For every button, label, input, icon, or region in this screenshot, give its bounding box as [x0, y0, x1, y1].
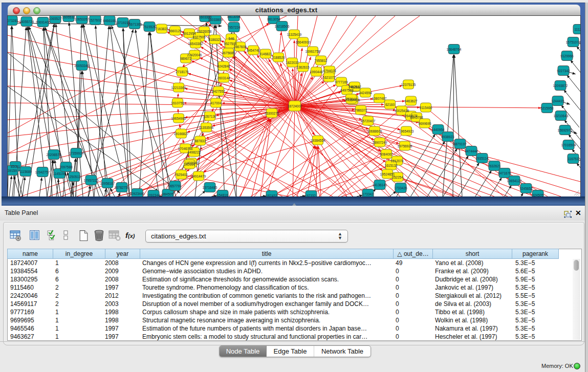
svg-text:15300275: 15300275 — [265, 112, 279, 115]
svg-text:8845788: 8845788 — [410, 116, 423, 119]
svg-text:546: 546 — [229, 37, 234, 40]
svg-text:8660125: 8660125 — [168, 29, 182, 33]
svg-text:20053346: 20053346 — [75, 64, 90, 68]
svg-text:16543382: 16543382 — [188, 42, 203, 46]
svg-text:9073281: 9073281 — [8, 19, 18, 23]
svg-text:8938923: 8938923 — [441, 135, 454, 139]
svg-text:12375135: 12375135 — [401, 83, 416, 86]
svg-text:10958187: 10958187 — [100, 182, 115, 185]
svg-text:417004: 417004 — [210, 101, 222, 105]
svg-text:9777169: 9777169 — [335, 80, 348, 84]
svg-text:1990448: 1990448 — [310, 70, 323, 74]
svg-text:7955812: 7955812 — [314, 59, 328, 62]
svg-text:4498222: 4498222 — [187, 150, 201, 154]
svg-text:15720407: 15720407 — [361, 119, 376, 123]
svg-text:9242848: 9242848 — [217, 64, 230, 68]
svg-text:7462612: 7462612 — [348, 85, 361, 89]
svg-text:19166827: 19166827 — [174, 132, 189, 136]
svg-text:2867608: 2867608 — [233, 45, 247, 49]
svg-text:1733426: 1733426 — [394, 186, 407, 190]
svg-text:1244415: 1244415 — [551, 99, 564, 103]
svg-text:16640910: 16640910 — [296, 40, 311, 44]
svg-text:6879197: 6879197 — [453, 142, 467, 146]
svg-text:14914479: 14914479 — [191, 174, 206, 178]
svg-text:10653267: 10653267 — [75, 17, 90, 21]
svg-text:11123: 11123 — [574, 28, 580, 31]
svg-text:3267130: 3267130 — [203, 115, 216, 118]
svg-text:19218506: 19218506 — [275, 25, 290, 28]
svg-text:140994: 140994 — [184, 163, 195, 166]
svg-text:173342: 173342 — [362, 192, 374, 196]
svg-text:15716485: 15716485 — [203, 186, 217, 189]
svg-text:14136141: 14136141 — [373, 183, 387, 187]
svg-text:116753: 116753 — [568, 157, 579, 161]
svg-text:10210643: 10210643 — [554, 114, 569, 118]
svg-text:16782759: 16782759 — [115, 186, 129, 189]
svg-text:13226058: 13226058 — [197, 30, 212, 33]
svg-text:2188520: 2188520 — [272, 56, 285, 59]
svg-text:17957225: 17957225 — [84, 179, 99, 182]
svg-text:39159: 39159 — [8, 169, 17, 172]
svg-text:3675685: 3675685 — [222, 51, 235, 55]
svg-text:12093872: 12093872 — [553, 84, 568, 87]
svg-text:252254: 252254 — [392, 176, 403, 179]
svg-text:887833: 887833 — [194, 139, 206, 143]
svg-text:989672: 989672 — [180, 57, 191, 60]
svg-text:16961758: 16961758 — [306, 50, 320, 53]
svg-text:18724007: 18724007 — [288, 104, 302, 108]
svg-text:1362615: 1362615 — [296, 65, 310, 69]
svg-text:85061: 85061 — [11, 165, 20, 168]
svg-text:2935114: 2935114 — [476, 157, 489, 160]
svg-text:1527602: 1527602 — [89, 18, 102, 22]
svg-text:7625402: 7625402 — [175, 173, 188, 177]
svg-text:3424554: 3424554 — [359, 91, 372, 95]
svg-text:10654122: 10654122 — [507, 179, 522, 183]
svg-text:19654985: 19654985 — [171, 117, 186, 120]
svg-text:253644: 253644 — [345, 97, 357, 101]
svg-text:16671365: 16671365 — [127, 23, 142, 26]
svg-text:12213369: 12213369 — [171, 86, 186, 90]
svg-text:6794028: 6794028 — [323, 69, 336, 73]
svg-text:5215958: 5215958 — [540, 106, 554, 110]
svg-text:9657791: 9657791 — [168, 184, 182, 188]
svg-text:8454749: 8454749 — [247, 49, 260, 52]
svg-text:6466160: 6466160 — [103, 19, 116, 23]
svg-text:11353594: 11353594 — [199, 126, 214, 129]
svg-text:19756928: 19756928 — [398, 144, 412, 148]
svg-text:8912954: 8912954 — [183, 32, 196, 35]
svg-text:15692971: 15692971 — [558, 128, 573, 132]
svg-text:2097588: 2097588 — [59, 165, 73, 169]
svg-text:18907249: 18907249 — [373, 141, 387, 144]
svg-text:1250513: 1250513 — [68, 175, 81, 179]
svg-text:2603144: 2603144 — [217, 76, 230, 80]
svg-text:1822037: 1822037 — [286, 61, 299, 64]
svg-text:20691406: 20691406 — [36, 20, 51, 24]
svg-text:8813054: 8813054 — [227, 16, 241, 18]
svg-text:7957224: 7957224 — [227, 26, 241, 29]
svg-text:984505: 984505 — [162, 192, 173, 196]
svg-text:9146821: 9146821 — [259, 52, 272, 56]
svg-text:9227342: 9227342 — [557, 69, 570, 73]
svg-text:1065527: 1065527 — [49, 17, 62, 20]
svg-text:16033809: 16033809 — [208, 18, 223, 21]
svg-text:20206575: 20206575 — [47, 153, 61, 157]
svg-text:15751074: 15751074 — [566, 40, 580, 44]
svg-text:8471676: 8471676 — [498, 171, 511, 175]
svg-text:19384554: 19384554 — [311, 139, 325, 142]
svg-text:62160: 62160 — [385, 103, 395, 106]
svg-text:9474444: 9474444 — [465, 149, 478, 153]
svg-text:3084067: 3084067 — [380, 152, 393, 156]
svg-text:10688609: 10688609 — [367, 129, 382, 133]
svg-text:17046766: 17046766 — [178, 147, 193, 150]
svg-text:9245652: 9245652 — [519, 187, 533, 190]
svg-text:1605532: 1605532 — [62, 16, 75, 19]
svg-text:9115460: 9115460 — [420, 106, 432, 110]
svg-text:1440954: 1440954 — [431, 128, 445, 132]
svg-text:16648764: 16648764 — [447, 48, 462, 51]
svg-text:9129966: 9129966 — [560, 54, 574, 58]
svg-text:8813054: 8813054 — [267, 17, 280, 21]
svg-text:17016504: 17016504 — [561, 143, 576, 147]
svg-text:1115689: 1115689 — [19, 170, 32, 173]
svg-text:7515526: 7515526 — [143, 25, 156, 29]
svg-text:7632621: 7632621 — [488, 164, 501, 168]
